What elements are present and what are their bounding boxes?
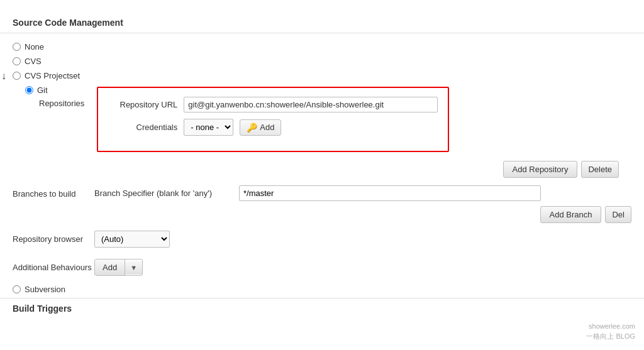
none-label[interactable]: None (25, 42, 44, 52)
branches-label-col: Branches to build (13, 185, 94, 199)
cvs-label[interactable]: CVS (25, 57, 42, 66)
cvs-projectset-radio[interactable] (13, 72, 21, 80)
branches-content: Branch Specifier (blank for 'any') Add B… (94, 185, 631, 223)
repositories-label: Repositories (25, 99, 84, 108)
build-triggers-title: Build Triggers (0, 298, 644, 319)
git-label[interactable]: Git (37, 85, 48, 95)
watermark: showerlee.com 一格向上 BLOG (586, 322, 635, 341)
cvs-projectset-option-row: ↓ CVS Projectset (13, 68, 631, 83)
additional-behaviours-label: Additional Behaviours (13, 263, 94, 272)
repository-box: Repository URL Credentials - none - 🔑 Ad… (97, 87, 449, 152)
repo-url-field-label: Repository URL (108, 100, 177, 109)
cvs-option-row: CVS (13, 54, 631, 68)
repo-url-input[interactable] (184, 97, 438, 112)
main-page: Source Code Management None CVS ↓ CVS Pr… (0, 0, 644, 350)
repo-action-bar: Add Repository Delete (13, 155, 631, 178)
delete-branch-button[interactable]: Del (605, 206, 631, 223)
subversion-row: Subversion (0, 276, 644, 298)
delete-button[interactable]: Delete (581, 161, 619, 178)
subversion-radio[interactable] (13, 285, 21, 293)
credentials-row: Credentials - none - 🔑 Add (108, 119, 438, 136)
branch-action-bar: Add Branch Del (94, 206, 631, 223)
add-behaviour-main-label[interactable]: Add (95, 260, 125, 275)
watermark-line1: showerlee.com (586, 322, 635, 331)
git-section: Git Repositories Repository URL Credenti… (13, 83, 631, 155)
repo-url-row: Repository URL (108, 97, 438, 112)
scm-section-title: Source Code Management (0, 13, 644, 33)
repo-browser-select[interactable]: (Auto) (94, 231, 170, 248)
add-credentials-label: Add (260, 123, 274, 132)
git-radio[interactable] (25, 86, 33, 94)
credentials-select[interactable]: - none - (184, 119, 233, 136)
subversion-label[interactable]: Subversion (25, 285, 65, 294)
git-radio-row: Git (25, 85, 84, 95)
add-behaviour-dropdown[interactable]: Add ▼ (94, 259, 143, 276)
branches-label: Branches to build (13, 189, 75, 199)
add-branch-button[interactable]: Add Branch (540, 206, 602, 223)
repo-browser-label: Repository browser (13, 234, 94, 244)
none-radio[interactable] (13, 43, 21, 51)
cvs-projectset-label[interactable]: CVS Projectset (25, 71, 80, 80)
branch-specifier-label: Branch Specifier (blank for 'any') (94, 189, 233, 198)
key-icon: 🔑 (247, 123, 257, 133)
none-option-row: None (13, 40, 631, 54)
additional-behaviours-section: Additional Behaviours Add ▼ (0, 248, 644, 276)
arrow-icon: ↓ (1, 70, 6, 82)
cvs-radio[interactable] (13, 57, 21, 65)
branch-field-row: Branch Specifier (blank for 'any') (94, 185, 631, 201)
branches-section: Branches to build Branch Specifier (blan… (0, 178, 644, 223)
add-repository-button[interactable]: Add Repository (503, 161, 578, 178)
git-label-col: Git Repositories (25, 85, 84, 108)
repo-browser-section: Repository browser (Auto) (0, 223, 644, 248)
dropdown-arrow-icon[interactable]: ▼ (125, 261, 142, 275)
scm-options: None CVS ↓ CVS Projectset Git Repositori… (0, 40, 644, 178)
add-credentials-button[interactable]: 🔑 Add (240, 119, 281, 136)
watermark-line2: 一格向上 BLOG (586, 332, 635, 341)
branch-specifier-input[interactable] (239, 185, 541, 201)
credentials-field-label: Credentials (108, 123, 177, 132)
